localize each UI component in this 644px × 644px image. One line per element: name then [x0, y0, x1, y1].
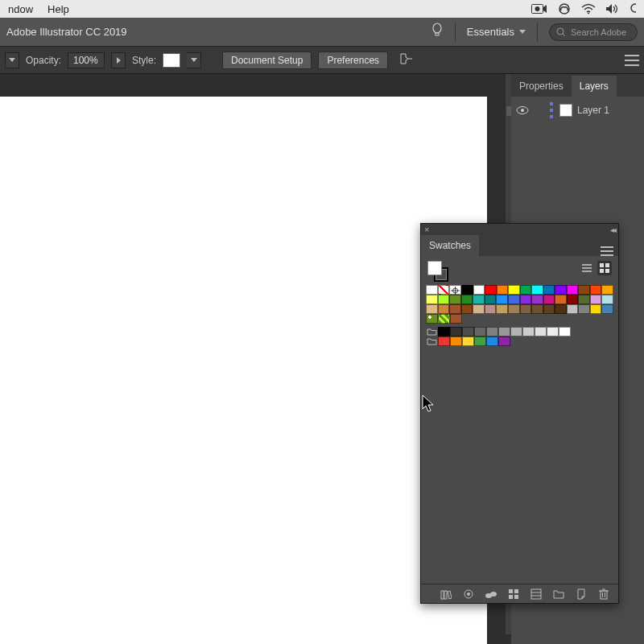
swatch-cell[interactable]: [547, 327, 559, 336]
new-swatch-icon[interactable]: [575, 588, 588, 601]
swatch-cell[interactable]: [462, 336, 474, 346]
swatch-cell[interactable]: [450, 314, 462, 324]
style-swatch[interactable]: [163, 53, 180, 68]
swatch-cell[interactable]: [450, 327, 462, 336]
swatch-cell[interactable]: [508, 285, 520, 295]
fill-stroke-icon[interactable]: [427, 261, 448, 282]
learn-icon[interactable]: [431, 23, 444, 41]
collapse-icon[interactable]: ◂◂: [610, 225, 615, 234]
swatch-cell[interactable]: [461, 295, 473, 304]
visibility-icon[interactable]: [516, 105, 529, 115]
swatch-cell[interactable]: [567, 295, 579, 304]
swatch-cell[interactable]: [473, 285, 485, 295]
pin-icon[interactable]: [399, 52, 414, 68]
trash-icon[interactable]: [597, 588, 610, 601]
tab-properties[interactable]: Properties: [511, 76, 572, 97]
swatch-cell[interactable]: [438, 336, 450, 346]
swatch-cell[interactable]: [601, 304, 613, 314]
opacity-input[interactable]: 100%: [68, 52, 105, 68]
swatch-cell[interactable]: [543, 304, 555, 314]
new-swatch-list-icon[interactable]: [530, 588, 543, 601]
swatch-cell[interactable]: [543, 295, 555, 304]
swatch-cell[interactable]: [438, 295, 450, 304]
layer-color-handle[interactable]: [550, 102, 555, 118]
close-icon[interactable]: ×: [424, 225, 429, 234]
style-popup[interactable]: [187, 52, 201, 68]
swatch-cell[interactable]: [520, 304, 532, 314]
swatch-cell[interactable]: [590, 285, 602, 295]
layer-row[interactable]: Layer 1: [511, 100, 644, 121]
panel-menu-icon[interactable]: [601, 246, 613, 256]
swatch-cell[interactable]: [449, 295, 461, 304]
swatch-cell[interactable]: [461, 285, 473, 295]
swatch-cell[interactable]: [497, 285, 509, 295]
swatch-cell[interactable]: [498, 327, 510, 336]
spotlight-icon[interactable]: [630, 2, 636, 15]
volume-icon[interactable]: [605, 3, 620, 14]
swatches-tab[interactable]: Swatches: [421, 235, 479, 256]
opacity-step[interactable]: [111, 52, 126, 68]
screen-record-icon[interactable]: [531, 3, 547, 14]
swatch-cell[interactable]: [438, 304, 450, 314]
swatch-cell[interactable]: [426, 295, 438, 304]
swatch-cell[interactable]: [520, 295, 532, 304]
swatch-cell[interactable]: [438, 285, 450, 295]
swatch-cell[interactable]: [426, 285, 438, 295]
swatch-cell[interactable]: [496, 304, 508, 314]
menu-window[interactable]: ndow: [8, 3, 33, 15]
swatch-cell[interactable]: [461, 304, 473, 314]
swatch-cell[interactable]: [473, 304, 485, 314]
layer-name[interactable]: Layer 1: [577, 105, 609, 116]
swatch-cell[interactable]: [559, 327, 571, 336]
swatch-cell[interactable]: [531, 285, 543, 295]
list-view-icon[interactable]: [580, 261, 594, 275]
folder-icon[interactable]: [552, 588, 565, 601]
swatch-cell[interactable]: [496, 295, 508, 304]
swatch-kind-icon[interactable]: [462, 588, 475, 601]
swatch-options-icon[interactable]: [485, 588, 497, 601]
swatch-cell[interactable]: [486, 336, 498, 346]
swatch-libraries-icon[interactable]: [440, 588, 452, 601]
swatch-cell[interactable]: [474, 327, 486, 336]
creative-cloud-icon[interactable]: [557, 3, 572, 14]
swatch-cell[interactable]: [485, 285, 497, 295]
swatch-cell[interactable]: [543, 285, 555, 295]
swatch-cell[interactable]: [601, 295, 613, 304]
swatch-folder-icon[interactable]: [426, 336, 438, 346]
swatch-cell[interactable]: [485, 304, 497, 314]
swatch-folder-icon[interactable]: [426, 327, 438, 336]
swatch-cell[interactable]: [601, 285, 613, 295]
swatch-cell[interactable]: [578, 295, 590, 304]
swatch-cell[interactable]: [510, 327, 522, 336]
swatch-cell[interactable]: [498, 336, 510, 346]
swatch-cell[interactable]: [508, 295, 520, 304]
grid-view-icon[interactable]: [597, 261, 612, 275]
swatch-cell[interactable]: [531, 295, 543, 304]
swatch-cell[interactable]: [520, 285, 532, 295]
swatch-cell[interactable]: [555, 304, 567, 314]
swatch-cell[interactable]: [473, 295, 485, 304]
panel-toggle-icon[interactable]: [625, 55, 639, 66]
menu-help[interactable]: Help: [47, 3, 69, 15]
layer-thumbnail[interactable]: [559, 104, 572, 117]
artboard[interactable]: [0, 97, 487, 644]
swatch-cell[interactable]: [486, 327, 498, 336]
new-color-group-icon[interactable]: [507, 588, 520, 601]
swatch-cell[interactable]: [426, 314, 438, 324]
search-input[interactable]: Search Adobe: [549, 23, 638, 41]
swatch-cell[interactable]: [578, 285, 590, 295]
swatch-cell[interactable]: [567, 285, 579, 295]
swatch-cell[interactable]: [474, 336, 486, 346]
swatch-cell[interactable]: [450, 336, 462, 346]
swatch-cell[interactable]: [449, 304, 461, 314]
document-setup-button[interactable]: Document Setup: [222, 52, 312, 69]
swatch-cell[interactable]: [462, 327, 474, 336]
swatch-cell[interactable]: [508, 304, 520, 314]
options-prev[interactable]: [5, 52, 19, 68]
swatch-cell[interactable]: [426, 304, 438, 314]
swatch-cell[interactable]: [535, 327, 547, 336]
swatch-cell[interactable]: [555, 295, 567, 304]
preferences-button[interactable]: Preferences: [318, 52, 388, 69]
tab-layers[interactable]: Layers: [572, 76, 617, 97]
swatch-cell[interactable]: [485, 295, 497, 304]
